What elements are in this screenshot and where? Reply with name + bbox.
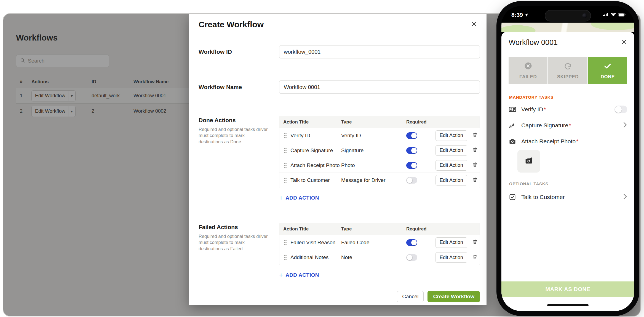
edit-action-button[interactable]: Edit Action xyxy=(435,160,467,171)
required-toggle[interactable] xyxy=(406,177,417,184)
drag-handle-icon[interactable] xyxy=(283,254,287,260)
action-title: Failed Visit Reason xyxy=(290,240,335,246)
drag-handle-icon[interactable] xyxy=(283,240,287,246)
done-actions-section: Done Actions Required and optional tasks… xyxy=(189,116,487,201)
task-talk-to-customer[interactable]: Talk to Customer xyxy=(509,189,627,205)
checkbox-check-icon xyxy=(509,193,519,201)
failed-actions-description: Required and optional tasks driver must … xyxy=(199,233,268,252)
location-arrow-icon xyxy=(525,12,528,18)
required-asterisk: * xyxy=(569,122,571,129)
status-segments: FAILED SKIPPED DONE xyxy=(509,57,627,84)
action-row: Additional Notes Note Edit Action xyxy=(279,250,480,265)
sheet-close-button[interactable] xyxy=(621,39,627,46)
workflow-sheet: Workflow 0001 FAILED SKIPPED xyxy=(501,32,634,311)
chevron-right-icon xyxy=(623,122,627,129)
done-actions-description: Required and optional tasks driver must … xyxy=(199,126,268,145)
wifi-icon xyxy=(611,13,616,18)
modal-body: Workflow ID Workflow Name Done Actions xyxy=(189,45,487,278)
mark-as-done-button[interactable]: MARK AS DONE xyxy=(501,281,634,297)
close-icon xyxy=(471,21,477,28)
action-title: Verify ID xyxy=(290,133,310,139)
workflow-name-input[interactable] xyxy=(279,80,480,94)
action-type: Note xyxy=(341,254,402,260)
required-toggle[interactable] xyxy=(406,147,417,154)
action-title: Attach Receipt Photo xyxy=(290,162,340,168)
edit-action-button[interactable]: Edit Action xyxy=(435,175,467,186)
phone-mockup: 8:39 Workflow 0001 xyxy=(496,1,639,316)
modal-header: Create Workflow xyxy=(189,14,487,35)
action-type: Signature xyxy=(341,147,402,154)
action-type: Failed Code xyxy=(341,240,402,246)
action-row: Attach Receipt Photo Photo Edit Action xyxy=(279,158,480,173)
id-card-icon xyxy=(509,106,519,113)
action-row: Verify ID Verify ID Edit Action xyxy=(279,128,480,143)
failed-actions-title: Failed Actions xyxy=(199,224,279,230)
take-photo-button[interactable] xyxy=(517,150,540,173)
done-actions-title: Done Actions xyxy=(199,117,279,123)
column-header-type: Type xyxy=(341,226,402,232)
required-toggle[interactable] xyxy=(406,239,417,246)
x-circle-icon xyxy=(524,62,532,71)
trash-icon[interactable] xyxy=(472,147,478,154)
phone-screen: 8:39 Workflow 0001 xyxy=(501,6,634,311)
drag-handle-icon[interactable] xyxy=(283,162,287,168)
close-icon xyxy=(621,39,627,46)
drag-handle-icon[interactable] xyxy=(283,177,287,183)
cancel-button[interactable]: Cancel xyxy=(397,291,424,302)
action-title: Talk to Customer xyxy=(290,177,330,183)
optional-tasks-heading: OPTIONAL TASKS xyxy=(509,181,548,186)
create-workflow-modal: Create Workflow Workflow ID Workflow Nam… xyxy=(189,14,487,305)
action-title: Additional Notes xyxy=(290,254,328,260)
column-header-action-title: Action Title xyxy=(279,119,341,125)
plus-icon: + xyxy=(279,195,283,201)
required-toggle[interactable] xyxy=(406,162,417,169)
sheet-title: Workflow 0001 xyxy=(509,38,558,47)
mandatory-tasks-heading: MANDATORY TASKS xyxy=(509,95,554,100)
failed-actions-section: Failed Actions Required and optional tas… xyxy=(189,223,487,278)
modal-title: Create Workflow xyxy=(199,20,264,29)
status-time: 8:39 xyxy=(511,12,528,18)
required-toggle[interactable] xyxy=(406,132,417,139)
task-verify-id: Verify ID* xyxy=(509,101,627,117)
required-toggle[interactable] xyxy=(406,254,417,261)
battery-icon xyxy=(618,13,626,18)
edit-action-button[interactable]: Edit Action xyxy=(435,130,467,141)
trash-icon[interactable] xyxy=(472,239,478,246)
trash-icon[interactable] xyxy=(472,254,478,261)
required-asterisk: * xyxy=(544,106,546,113)
add-action-button[interactable]: + ADD ACTION xyxy=(279,195,319,201)
column-header-required: Required xyxy=(402,226,427,232)
edit-action-button[interactable]: Edit Action xyxy=(435,145,467,156)
trash-icon[interactable] xyxy=(472,132,478,139)
action-title: Capture Signature xyxy=(290,147,333,154)
edit-action-button[interactable]: Edit Action xyxy=(435,252,467,263)
trash-icon[interactable] xyxy=(472,177,478,184)
map-strip xyxy=(501,23,634,32)
dynamic-island xyxy=(545,10,591,22)
verify-id-toggle[interactable] xyxy=(614,106,627,113)
trash-icon[interactable] xyxy=(472,162,478,169)
create-workflow-button[interactable]: Create Workflow xyxy=(427,291,480,302)
drag-handle-icon[interactable] xyxy=(283,133,287,139)
chevron-right-icon xyxy=(623,193,627,201)
close-button[interactable] xyxy=(471,21,477,28)
action-type: Message for Driver xyxy=(341,177,402,183)
workflow-id-input[interactable] xyxy=(279,45,480,58)
action-row: Capture Signature Signature Edit Action xyxy=(279,143,480,158)
edit-action-button[interactable]: Edit Action xyxy=(435,237,467,248)
segment-failed[interactable]: FAILED xyxy=(509,57,547,84)
camera-plus-icon xyxy=(524,156,533,166)
modal-footer: Cancel Create Workflow xyxy=(189,288,487,305)
workflow-id-label: Workflow ID xyxy=(199,45,279,55)
task-capture-signature[interactable]: Capture Signature* xyxy=(509,117,627,133)
home-indicator[interactable] xyxy=(547,304,589,306)
add-action-button[interactable]: + ADD ACTION xyxy=(279,272,319,278)
drag-handle-icon[interactable] xyxy=(283,147,287,154)
actions-table-header: Action Title Type Required xyxy=(279,116,480,128)
workflow-name-label: Workflow Name xyxy=(199,80,279,90)
done-actions-table: Action Title Type Required Verify ID Ver… xyxy=(279,116,480,188)
segment-skipped[interactable]: SKIPPED xyxy=(548,57,587,84)
column-header-type: Type xyxy=(341,119,402,125)
cellular-icon xyxy=(603,13,608,18)
segment-done[interactable]: DONE xyxy=(588,57,627,84)
